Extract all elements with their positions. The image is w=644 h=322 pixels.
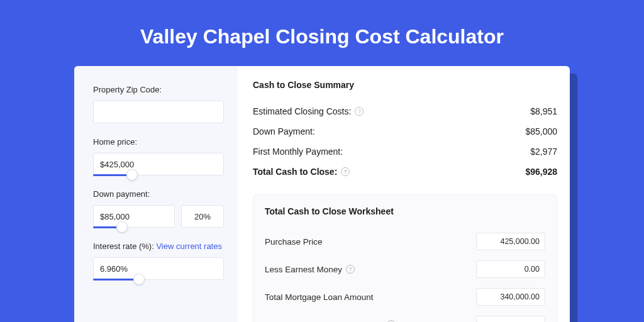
- calculator-card: Property Zip Code: Home price: Down paym…: [74, 66, 570, 322]
- worksheet-value-input[interactable]: [476, 260, 545, 278]
- summary-title: Cash to Close Summary: [253, 80, 557, 90]
- info-icon[interactable]: ?: [346, 265, 355, 274]
- worksheet-row: Less Earnest Money ?: [265, 255, 545, 283]
- summary-row-total: Total Cash to Close: ? $96,928: [253, 162, 557, 182]
- worksheet-label-text: Total Mortgage Loan Amount: [265, 292, 374, 302]
- worksheet-value-input[interactable]: [476, 233, 545, 250]
- worksheet-value-input[interactable]: [476, 316, 545, 322]
- inputs-panel: Property Zip Code: Home price: Down paym…: [74, 66, 238, 322]
- worksheet-row: Purchase Price: [265, 228, 545, 255]
- zip-field-group: Property Zip Code:: [93, 85, 224, 123]
- worksheet-value-input[interactable]: [476, 288, 545, 306]
- zip-input[interactable]: [93, 101, 224, 123]
- summary-value: $85,000: [525, 126, 557, 136]
- down-payment-slider-thumb[interactable]: [116, 221, 128, 233]
- summary-label-text: Estimated Closing Costs:: [253, 106, 351, 116]
- down-payment-label: Down payment:: [93, 189, 224, 199]
- info-icon[interactable]: ?: [341, 167, 350, 176]
- worksheet-row: Total Mortgage Loan Amount: [265, 283, 545, 311]
- interest-slider-thumb[interactable]: [133, 274, 145, 285]
- summary-value: $96,928: [525, 167, 557, 177]
- interest-slider[interactable]: [93, 257, 224, 280]
- zip-label: Property Zip Code:: [93, 85, 224, 94]
- summary-value: $2,977: [530, 147, 557, 157]
- summary-label-text: First Monthly Payment:: [253, 147, 343, 157]
- worksheet-row: Total Second Mortgage Amount ?: [265, 311, 545, 322]
- summary-row: First Monthly Payment: $2,977: [253, 142, 557, 162]
- home-price-field-group: Home price:: [93, 137, 224, 175]
- interest-label-text: Interest rate (%):: [93, 242, 154, 251]
- home-price-slider-thumb[interactable]: [126, 169, 138, 180]
- info-icon[interactable]: ?: [355, 107, 364, 116]
- home-price-input[interactable]: [93, 153, 224, 175]
- interest-field-group: Interest rate (%): View current rates: [93, 242, 224, 280]
- interest-input[interactable]: [93, 257, 224, 280]
- worksheet-label-text: Total Second Mortgage Amount: [265, 320, 383, 323]
- down-payment-input[interactable]: [93, 205, 175, 228]
- view-rates-link[interactable]: View current rates: [156, 242, 222, 251]
- summary-value: $8,951: [530, 106, 557, 116]
- summary-label-text: Down Payment:: [253, 126, 315, 136]
- home-price-label: Home price:: [93, 137, 224, 147]
- worksheet-title: Total Cash to Close Worksheet: [265, 206, 545, 216]
- down-payment-field-group: Down payment: 20%: [93, 189, 224, 228]
- summary-row: Down Payment: $85,000: [253, 121, 557, 142]
- page-title: Valley Chapel Closing Cost Calculator: [0, 0, 644, 66]
- worksheet-label-text: Less Earnest Money: [265, 265, 342, 274]
- worksheet-box: Total Cash to Close Worksheet Purchase P…: [253, 194, 557, 322]
- summary-row: Estimated Closing Costs: ? $8,951: [253, 101, 557, 121]
- home-price-slider[interactable]: [93, 153, 224, 175]
- summary-label-text: Total Cash to Close:: [253, 167, 337, 177]
- down-payment-percent[interactable]: 20%: [181, 205, 224, 228]
- interest-label: Interest rate (%): View current rates: [93, 242, 224, 251]
- down-payment-slider[interactable]: [93, 205, 175, 228]
- worksheet-label-text: Purchase Price: [265, 237, 323, 247]
- results-panel: Cash to Close Summary Estimated Closing …: [238, 66, 570, 322]
